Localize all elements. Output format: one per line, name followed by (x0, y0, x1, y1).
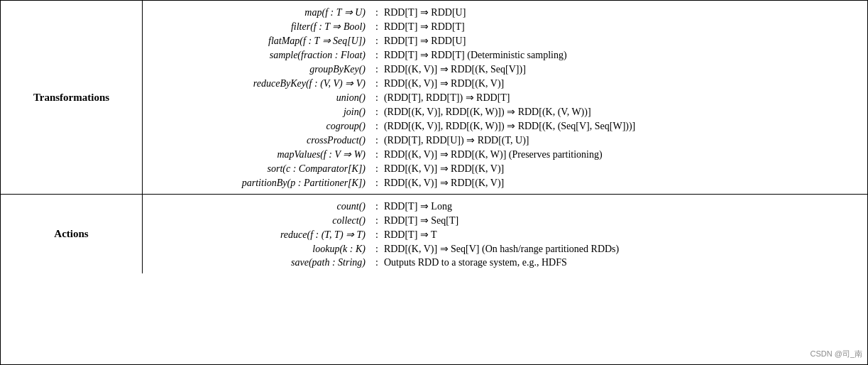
table-row: map(f : T ⇒ U):RDD[T] ⇒ RDD[U] (143, 5, 867, 19)
colon-separator: : (370, 21, 384, 33)
colon-separator: : (370, 135, 384, 146)
section-transformations: Transformationsmap(f : T ⇒ U):RDD[T] ⇒ R… (1, 1, 867, 195)
colon-separator: : (370, 107, 384, 118)
function-signature: sample(fraction : Float) (143, 50, 370, 61)
function-description: RDD[(K, V)] ⇒ RDD[(K, V)] (384, 177, 504, 189)
colon-separator: : (370, 50, 384, 61)
function-signature: mapValues(f : V ⇒ W) (143, 148, 370, 160)
table-row: collect():RDD[T] ⇒ Seq[T] (143, 213, 867, 227)
function-description: RDD[(K, V)] ⇒ RDD[(K, V)] (384, 77, 504, 89)
function-signature: collect() (143, 215, 370, 227)
table-row: reduceByKey(f : (V, V) ⇒ V):RDD[(K, V)] … (143, 76, 867, 90)
function-description: RDD[T] ⇒ RDD[T] (384, 21, 465, 33)
function-description: RDD[T] ⇒ RDD[T] (Deterministic sampling) (384, 49, 567, 61)
function-description: RDD[(K, V)] ⇒ RDD[(K, V)] (384, 163, 504, 175)
table-row: sort(c : Comparator[K]):RDD[(K, V)] ⇒ RD… (143, 161, 867, 175)
function-description: Outputs RDD to a storage system, e.g., H… (384, 257, 567, 268)
function-signature: save(path : String) (143, 257, 370, 268)
table-row: join():(RDD[(K, V)], RDD[(K, W)]) ⇒ RDD[… (143, 104, 867, 119)
function-signature: sort(c : Comparator[K]) (143, 163, 370, 175)
table-row: partitionBy(p : Partitioner[K]):RDD[(K, … (143, 175, 867, 190)
section-label-actions: Actions (1, 195, 143, 273)
colon-separator: : (370, 121, 384, 132)
colon-separator: : (370, 36, 384, 47)
section-content-transformations: map(f : T ⇒ U):RDD[T] ⇒ RDD[U]filter(f :… (143, 1, 867, 194)
watermark: CSDN @司_南 (810, 349, 862, 359)
colon-separator: : (370, 7, 384, 18)
function-signature: count() (143, 201, 370, 212)
section-content-actions: count():RDD[T] ⇒ Longcollect():RDD[T] ⇒ … (143, 195, 867, 273)
function-signature: reduceByKey(f : (V, V) ⇒ V) (143, 77, 370, 89)
function-description: (RDD[T], RDD[U]) ⇒ RDD[(T, U)] (384, 134, 529, 146)
function-signature: filter(f : T ⇒ Bool) (143, 21, 370, 33)
table-row: reduce(f : (T, T) ⇒ T):RDD[T] ⇒ T (143, 227, 867, 241)
function-description: RDD[(K, V)] ⇒ RDD[(K, Seq[V])] (384, 63, 526, 75)
function-description: RDD[T] ⇒ Seq[T] (384, 214, 458, 227)
colon-separator: : (370, 215, 384, 227)
table-row: sample(fraction : Float):RDD[T] ⇒ RDD[T]… (143, 48, 867, 62)
colon-separator: : (370, 149, 384, 160)
function-signature: join() (143, 107, 370, 118)
function-description: RDD[T] ⇒ Long (384, 200, 452, 212)
section-actions: Actionscount():RDD[T] ⇒ Longcollect():RD… (1, 195, 867, 273)
function-signature: reduce(f : (T, T) ⇒ T) (143, 229, 370, 241)
section-label-transformations: Transformations (1, 1, 143, 194)
table-row: groupByKey():RDD[(K, V)] ⇒ RDD[(K, Seq[V… (143, 62, 867, 76)
table-row: lookup(k : K):RDD[(K, V)] ⇒ Seq[V] (On h… (143, 241, 867, 256)
function-signature: lookup(k : K) (143, 244, 370, 255)
colon-separator: : (370, 163, 384, 175)
function-description: RDD[T] ⇒ RDD[U] (384, 6, 466, 18)
function-signature: union() (143, 92, 370, 104)
table-row: filter(f : T ⇒ Bool):RDD[T] ⇒ RDD[T] (143, 19, 867, 33)
colon-separator: : (370, 244, 384, 255)
colon-separator: : (370, 78, 384, 89)
function-description: RDD[T] ⇒ RDD[U] (384, 35, 466, 47)
function-signature: crossProduct() (143, 135, 370, 146)
function-signature: cogroup() (143, 121, 370, 132)
function-description: RDD[T] ⇒ T (384, 229, 437, 241)
colon-separator: : (370, 92, 384, 104)
function-signature: partitionBy(p : Partitioner[K]) (143, 178, 370, 189)
function-description: RDD[(K, V)] ⇒ Seq[V] (On hash/range part… (384, 243, 619, 255)
function-description: RDD[(K, V)] ⇒ RDD[(K, W)] (Preserves par… (384, 148, 603, 160)
colon-separator: : (370, 64, 384, 75)
function-signature: groupByKey() (143, 64, 370, 75)
colon-separator: : (370, 229, 384, 241)
main-table: Transformationsmap(f : T ⇒ U):RDD[T] ⇒ R… (0, 0, 868, 365)
table-row: mapValues(f : V ⇒ W):RDD[(K, V)] ⇒ RDD[(… (143, 147, 867, 161)
function-description: (RDD[(K, V)], RDD[(K, W)]) ⇒ RDD[(K, (Se… (384, 120, 635, 132)
function-signature: map(f : T ⇒ U) (143, 6, 370, 18)
function-description: (RDD[T], RDD[T]) ⇒ RDD[T] (384, 92, 510, 104)
colon-separator: : (370, 257, 384, 268)
colon-separator: : (370, 201, 384, 212)
colon-separator: : (370, 178, 384, 189)
table-row: flatMap(f : T ⇒ Seq[U]):RDD[T] ⇒ RDD[U] (143, 33, 867, 48)
table-row: crossProduct():(RDD[T], RDD[U]) ⇒ RDD[(T… (143, 133, 867, 147)
function-signature: flatMap(f : T ⇒ Seq[U]) (143, 35, 370, 47)
table-row: save(path : String):Outputs RDD to a sto… (143, 256, 867, 269)
function-description: (RDD[(K, V)], RDD[(K, W)]) ⇒ RDD[(K, (V,… (384, 106, 591, 118)
table-row: count():RDD[T] ⇒ Long (143, 199, 867, 213)
table-row: cogroup():(RDD[(K, V)], RDD[(K, W)]) ⇒ R… (143, 119, 867, 133)
table-row: union():(RDD[T], RDD[T]) ⇒ RDD[T] (143, 90, 867, 104)
